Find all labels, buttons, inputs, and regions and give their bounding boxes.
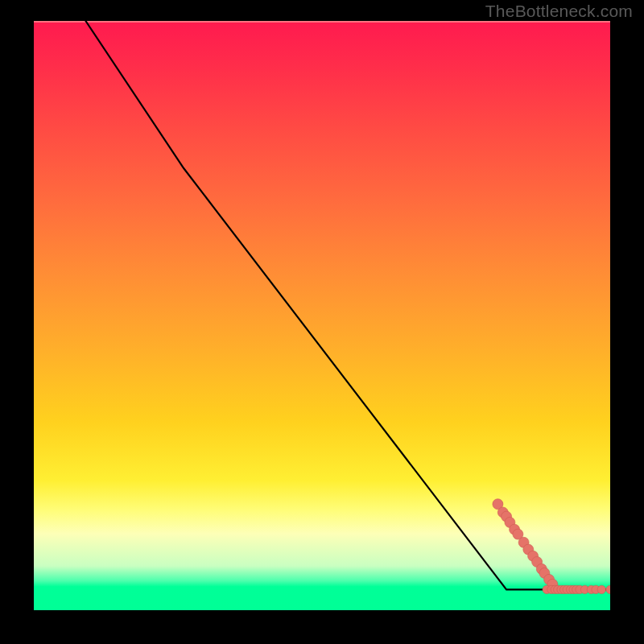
plot-area <box>34 21 610 610</box>
watermark-text: TheBottleneck.com <box>485 2 633 21</box>
chart-svg <box>34 21 610 610</box>
svg-point-29 <box>606 585 610 593</box>
svg-point-28 <box>597 585 605 593</box>
data-markers <box>493 499 610 594</box>
curve-line <box>85 21 610 589</box>
chart-frame: TheBottleneck.com <box>0 0 644 644</box>
